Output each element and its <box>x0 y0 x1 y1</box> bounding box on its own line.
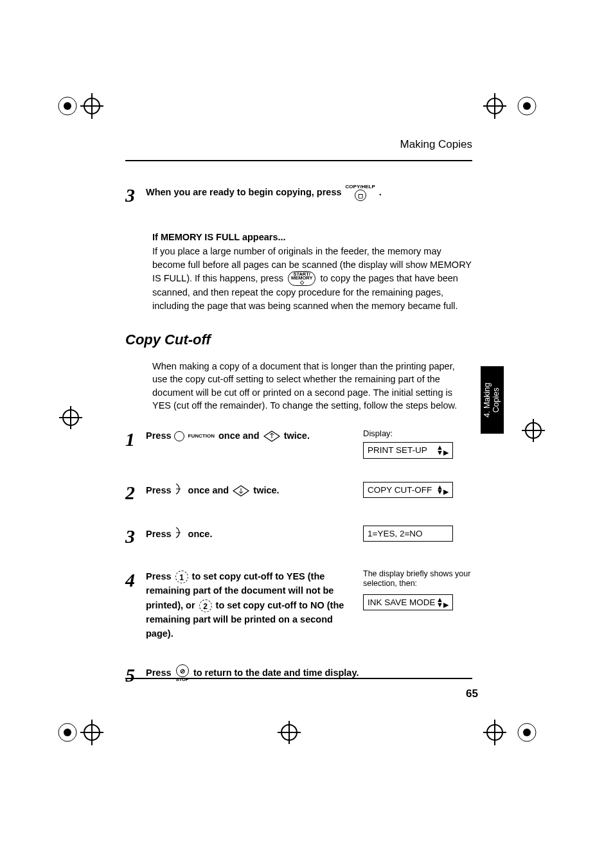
memory-full-note: If MEMORY IS FULL appears... If you plac… <box>152 231 472 312</box>
result-note: The display briefly shows your selection… <box>363 569 472 589</box>
updown-arrow-icon: ▲▼▶ <box>436 445 449 455</box>
t: Press <box>146 430 174 441</box>
display-value: PRINT SET-UP <box>368 445 427 455</box>
step-number: 3 <box>125 526 146 546</box>
start-memory-button-icon: START/ MEMORY ◇ <box>288 271 315 287</box>
nav-up-icon <box>262 432 281 441</box>
lcd-display: PRINT SET-UP ▲▼▶ <box>363 442 453 458</box>
step-number: 5 <box>125 664 146 685</box>
step-text-before: When you are ready to begin copying, pre… <box>146 187 344 197</box>
crop-mark-br <box>475 707 553 758</box>
t: to return to the date and time display. <box>193 668 359 678</box>
svg-point-9 <box>523 102 531 110</box>
step-5-text: Press ⊘ STOP to return to the date and t… <box>146 664 472 685</box>
step-1: 1 Press FUNCTION once and twice. Display… <box>125 429 472 458</box>
step-2-text: Press once and twice. <box>146 482 280 502</box>
step-4: 4 Press 1 to set copy cut-off to YES (th… <box>125 569 472 641</box>
crop-mark-bl <box>55 707 106 758</box>
stop-button-icon: ⊘ STOP <box>176 664 189 682</box>
crop-mark-tl <box>55 80 106 132</box>
t: once and <box>218 430 262 441</box>
memory-full-title: If MEMORY IS FULL appears... <box>152 231 472 244</box>
page-number: 65 <box>466 687 478 700</box>
keypad-1-icon: 1 <box>175 571 188 583</box>
function-button-icon <box>174 431 184 441</box>
header-rule <box>125 160 472 161</box>
section-heading: Copy Cut-off <box>125 332 472 348</box>
step-text-after: . <box>379 187 382 197</box>
step-number: 4 <box>125 569 146 641</box>
lcd-display: COPY CUT-OFF ▲▼▶ <box>363 482 453 498</box>
top-step-3: 3 When you are ready to begin copying, p… <box>125 184 472 205</box>
step-3-text: Press once. <box>146 526 212 546</box>
memory-full-body: If you place a large number of originals… <box>152 245 472 312</box>
section-intro: When making a copy of a document that is… <box>152 360 472 412</box>
step-5: 5 Press ⊘ STOP to return to the date and… <box>125 664 472 685</box>
t: Press <box>146 529 174 539</box>
copy-help-button-icon: COPY/HELP ◻ <box>346 184 375 201</box>
step-1-text: Press FUNCTION once and twice. <box>146 429 310 449</box>
step-4-text: Press 1 to set copy cut-off to YES (the … <box>146 569 357 641</box>
svg-point-29 <box>523 729 531 736</box>
crop-mark-tr <box>475 80 553 132</box>
tab-line2: Copies <box>492 387 501 412</box>
t: twice. <box>253 485 279 495</box>
lcd-display: INK SAVE MODE ▲▼▶ <box>363 594 453 610</box>
lcd-display: 1=YES, 2=NO <box>363 526 453 542</box>
copy-help-label: COPY/HELP <box>346 184 375 190</box>
updown-arrow-icon: ▲▼▶ <box>436 598 449 607</box>
display-value: COPY CUT-OFF <box>368 485 432 495</box>
footer-rule <box>125 678 472 679</box>
step-text: When you are ready to begin copying, pre… <box>146 184 472 205</box>
crop-mark-bc <box>270 713 308 752</box>
t: twice. <box>284 430 310 441</box>
crop-mark-mr <box>514 411 553 450</box>
keypad-2-icon: 2 <box>199 599 212 612</box>
step-number: 2 <box>125 482 146 502</box>
page-body: Making Copies 3 When you are ready to be… <box>125 138 472 698</box>
function-label: FUNCTION <box>188 433 215 439</box>
chapter-tab: 4. MakingCopies <box>481 366 504 434</box>
display-label: Display: <box>363 429 472 438</box>
right-arrow-button-icon <box>174 482 186 500</box>
t: once and <box>188 485 232 495</box>
updown-arrow-icon: ▲▼▶ <box>436 485 449 495</box>
tab-line1: 4. Making <box>483 382 492 417</box>
display-value: INK SAVE MODE <box>368 598 436 607</box>
display-value: 1=YES, 2=NO <box>368 529 423 538</box>
page-header-title: Making Copies <box>125 138 472 151</box>
svg-point-1 <box>64 102 71 110</box>
t: Press <box>146 571 174 581</box>
t: Press <box>146 485 174 495</box>
nav-down-icon <box>231 486 251 495</box>
t: once. <box>188 529 213 539</box>
step-number: 3 <box>125 184 146 205</box>
t: Press <box>146 668 174 678</box>
step-2: 2 Press once and twice. COPY CUT-OFF ▲▼▶ <box>125 482 472 502</box>
step-number: 1 <box>125 429 146 449</box>
svg-point-18 <box>64 729 71 736</box>
crop-mark-ml <box>45 398 96 437</box>
right-arrow-button-icon <box>174 526 186 544</box>
step-3: 3 Press once. 1=YES, 2=NO <box>125 526 472 546</box>
